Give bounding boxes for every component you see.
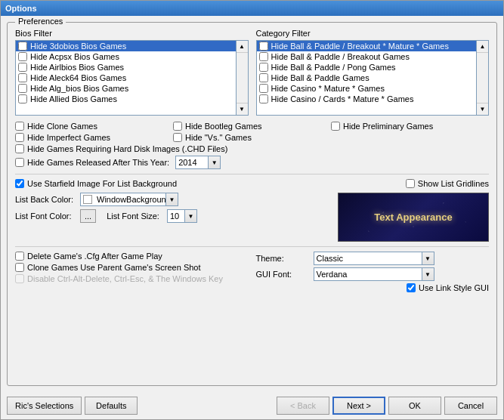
bios-item-checkbox-2[interactable] [18,63,27,72]
back-color-combo[interactable]: WindowBackground ▼ [80,193,178,206]
disable-ctrl-label: Disable Ctrl-Alt-Delete, Ctrl-Esc, & The… [27,274,223,283]
bios-scrollbar[interactable]: ▲ ▼ [237,40,249,116]
cat-item-checkbox-1[interactable] [259,52,268,61]
cat-scroll-up[interactable]: ▲ [477,41,488,53]
hide-clone-checkbox[interactable] [15,122,24,131]
clone-screen-option: Clone Games Use Parent Game's Screen Sho… [15,263,249,272]
hide-imperfect-checkbox[interactable] [15,133,24,142]
list-item-text: Hide Ball & Paddle / Breakout Games [271,52,410,61]
show-gridlines-checkbox[interactable] [406,179,415,188]
cat-scroll-down[interactable]: ▼ [477,103,488,115]
list-item[interactable]: Hide Alg_bios Bios Games [16,83,236,94]
hide-imperfect-option: Hide Imperfect Games [15,133,173,142]
category-filter-col: Category Filter Hide Ball & Paddle / Bre… [256,29,490,116]
list-item[interactable]: Hide Ball & Paddle Games [257,73,477,83]
cat-item-checkbox-5[interactable] [259,94,268,103]
hide-after-year-label: Hide Games Released After This Year: [27,158,169,167]
list-item[interactable]: Hide Ball & Paddle / Breakout * Mature *… [257,41,477,51]
gui-font-label: GUI Font: [256,270,309,279]
bios-scroll-up[interactable]: ▲ [237,41,248,53]
bios-item-checkbox-0[interactable] [18,42,27,51]
clone-screen-checkbox[interactable] [15,263,24,272]
bios-item-checkbox-4[interactable] [18,84,27,93]
gui-font-arrow[interactable]: ▼ [422,268,434,280]
category-filter-label: Category Filter [256,29,490,38]
font-size-combo[interactable]: 10 ▼ [167,209,197,223]
cat-item-checkbox-4[interactable] [259,84,268,93]
right-bottom-col: Theme: Classic ▼ GUI Font: Verdana ▼ [249,252,490,292]
back-button[interactable]: < Back [277,397,329,415]
hide-after-year-option: Hide Games Released After This Year: 201… [15,156,489,169]
hide-hd-checkbox[interactable] [15,144,24,153]
list-item[interactable]: Hide Ball & Paddle / Pong Games [257,62,477,73]
rics-selections-button[interactable]: Ric's Selections [7,397,82,415]
delete-cfg-checkbox[interactable] [15,252,24,261]
cat-item-checkbox-0[interactable] [259,42,268,51]
cancel-button[interactable]: Cancel [444,397,497,415]
disable-ctrl-option: Disable Ctrl-Alt-Delete, Ctrl-Esc, & The… [15,274,249,283]
theme-arrow[interactable]: ▼ [422,252,434,264]
cat-scroll-track [477,53,488,103]
preferences-title: Preferences [15,17,66,26]
hide-preliminary-option: Hide Preliminary Games [331,122,489,131]
list-item[interactable]: Hide Acpsx Bios Games [16,51,236,62]
list-item[interactable]: Hide Casino / Cards * Mature * Games [257,94,477,104]
font-size-label: List Font Size: [107,212,159,221]
hide-bootleg-label: Hide Bootleg Games [185,122,262,131]
next-button[interactable]: Next > [332,397,385,415]
list-item-text: Hide Ball & Paddle Games [271,73,369,82]
delete-cfg-option: Delete Game's .Cfg After Game Play [15,252,249,261]
bios-filter-col: Bios Filter Hide 3dobios Bios Games Hide… [15,29,249,116]
bios-scroll-down[interactable]: ▼ [237,103,248,115]
hide-vs-option: Hide "Vs." Games [173,133,331,142]
divider-1 [15,174,489,174]
list-item[interactable]: Hide Allied Bios Games [16,94,236,104]
bottom-options: Delete Game's .Cfg After Game Play Clone… [15,252,489,292]
hide-after-year-checkbox[interactable] [15,158,24,167]
text-appearance-text: Text Appearance [374,212,452,223]
font-size-arrow[interactable]: ▼ [184,210,196,222]
year-dropdown-arrow[interactable]: ▼ [208,156,220,168]
list-item[interactable]: Hide Ball & Paddle / Breakout Games [257,51,477,62]
back-color-label: List Back Color: [15,195,76,204]
list-item[interactable]: Hide Airlbios Bios Games [16,62,236,73]
defaults-button[interactable]: Defaults [85,397,138,415]
text-appearance-box[interactable]: Text Appearance [338,193,489,242]
gui-font-row: GUI Font: Verdana ▼ [256,267,490,281]
starfield-checkbox[interactable] [15,179,24,188]
cat-item-checkbox-3[interactable] [259,73,268,82]
list-item[interactable]: Hide 3dobios Bios Games [16,41,236,51]
list-item-text: Hide Airlbios Bios Games [30,63,124,72]
bios-item-checkbox-5[interactable] [18,94,27,103]
bios-filter-list-wrapper: Hide 3dobios Bios Games Hide Acpsx Bios … [15,40,249,116]
disable-ctrl-checkbox [15,274,24,283]
bios-item-checkbox-1[interactable] [18,52,27,61]
hide-vs-checkbox[interactable] [173,133,182,142]
clone-screen-label: Clone Games Use Parent Game's Screen Sho… [27,263,201,272]
bios-item-checkbox-3[interactable] [18,73,27,82]
title-bar: Options [1,1,503,16]
footer-buttons: Ric's Selections Defaults < Back Next > … [1,392,503,419]
year-combo[interactable]: 2014 ▼ [175,156,221,169]
middle-section: List Back Color: WindowBackground ▼ List… [15,193,489,242]
theme-combo[interactable]: Classic ▼ [314,252,434,265]
category-scrollbar[interactable]: ▲ ▼ [477,40,489,116]
cat-item-checkbox-2[interactable] [259,63,268,72]
hide-hd-option: Hide Games Requiring Hard Disk Images (.… [15,144,489,153]
list-item-text: Hide 3dobios Bios Games [30,42,126,51]
ok-button[interactable]: OK [388,397,441,415]
text-appearance-preview[interactable]: Text Appearance [338,193,489,242]
delete-cfg-label: Delete Game's .Cfg After Game Play [27,252,162,261]
list-item-text: Hide Casino / Cards * Mature * Games [271,94,414,103]
link-style-checkbox[interactable] [407,283,416,292]
list-item-text: Hide Casino * Mature * Games [271,84,385,93]
hide-bootleg-checkbox[interactable] [173,122,182,131]
gui-font-combo[interactable]: Verdana ▼ [314,267,434,281]
back-color-arrow[interactable]: ▼ [165,193,178,205]
list-item[interactable]: Hide Aleck64 Bios Games [16,73,236,83]
category-filter-list[interactable]: Hide Ball & Paddle / Breakout * Mature *… [256,40,478,116]
bios-filter-list[interactable]: Hide 3dobios Bios Games Hide Acpsx Bios … [15,40,237,116]
list-item[interactable]: Hide Casino * Mature * Games [257,83,477,94]
font-color-button[interactable]: ... [80,209,96,223]
hide-preliminary-checkbox[interactable] [331,122,340,131]
